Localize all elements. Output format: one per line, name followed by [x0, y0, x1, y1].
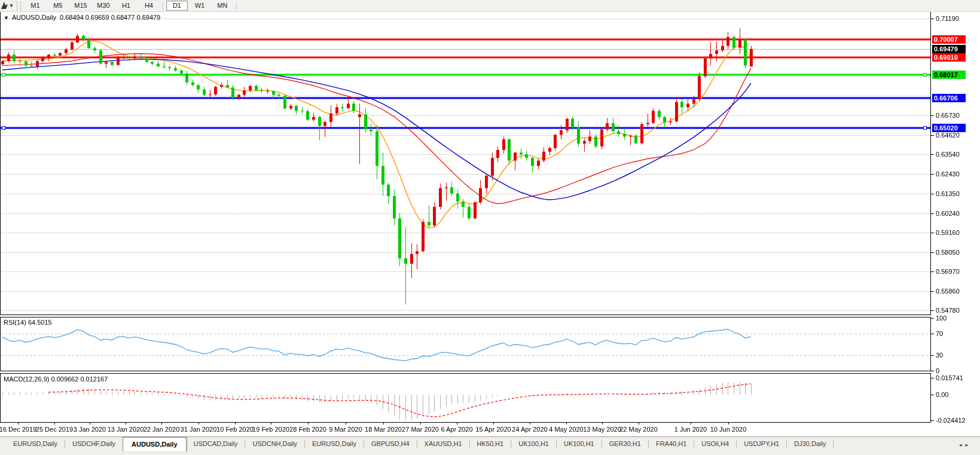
chart-tab-hk50-h1[interactable]: HK50,H1	[470, 437, 511, 450]
price-axis-label: 0.65730	[936, 112, 960, 119]
chart-symbol-label: AUDUSD,Daily	[12, 14, 56, 21]
chart-tab-usdchf-daily[interactable]: USDCHF,Daily	[65, 437, 123, 450]
price-axis-label: 0.62430	[936, 170, 960, 178]
price-level-badge: 0.69010	[932, 53, 966, 62]
price-level-badge: 0.69479	[932, 45, 966, 53]
chart-tab-usdcad-daily[interactable]: USDCAD,Daily	[187, 437, 245, 450]
timeframe-button-d1[interactable]: D1	[166, 1, 188, 11]
timeframe-button-m30[interactable]: M30	[93, 1, 114, 11]
price-axis-label: 0.64620	[936, 132, 960, 139]
time-axis-label: 6 Apr 2020	[441, 426, 472, 433]
toolbar-grip[interactable]	[17, 2, 21, 10]
toolbar-separator	[163, 2, 163, 10]
trading-app-window: ▼ M1M5M15M30H1H4D1W1MN ▼AUDUSD,Daily 0.6…	[0, 0, 980, 455]
chart-tab-fra40-h1[interactable]: FRA40,H1	[649, 437, 694, 450]
timeframe-button-m5[interactable]: M5	[47, 1, 69, 11]
chart-tab-bar: EURUSD,DailyUSDCHF,DailyAUDUSD,DailyUSDC…	[0, 436, 980, 455]
price-axis-label: 0.55860	[936, 288, 960, 295]
time-axis-label: 28 Feb 2020	[289, 426, 326, 433]
rsi-axis-label: 70	[936, 330, 943, 337]
chart-tab-audusd-daily[interactable]: AUDUSD,Daily	[123, 437, 186, 451]
timeframe-buttons: M1M5M15M30H1H4D1W1MN	[24, 1, 239, 11]
time-axis-label: 27 Mar 2020	[402, 426, 439, 433]
timeframe-button-mn[interactable]: MN	[212, 1, 233, 11]
time-axis-label: 16 Dec 2019	[0, 426, 36, 433]
tab-scroll-arrows: ◂▸	[959, 442, 972, 448]
chart-tab-eurusd-daily[interactable]: EURUSD,Daily	[6, 437, 65, 450]
timeframe-button-h4[interactable]: H4	[138, 1, 160, 11]
chart-tab-eurusd-daily[interactable]: EURUSD,Daily	[305, 437, 364, 450]
chart-tab-usdcnh-daily[interactable]: USDCNH,Daily	[245, 437, 304, 450]
collapse-triangle-icon[interactable]: ▼	[4, 15, 9, 21]
timeframe-button-h1[interactable]: H1	[115, 1, 137, 11]
timeframe-button-w1[interactable]: W1	[189, 1, 210, 11]
chart-tab-dj30-daily[interactable]: DJ30,Daily	[787, 437, 833, 450]
timeframe-button-m15[interactable]: M15	[70, 1, 91, 11]
price-level-badge: 0.65020	[932, 124, 966, 132]
price-axis-label: 0.54780	[936, 307, 960, 314]
timeframe-toolbar: ▼ M1M5M15M30H1H4D1W1MN	[0, 0, 980, 12]
time-axis-label: 13 Jan 2020	[108, 426, 144, 433]
rsi-indicator-label: RSI(14) 64.5015	[4, 319, 52, 326]
chart-title: ▼AUDUSD,Daily 0.68494 0.69659 0.68477 0.…	[4, 14, 160, 21]
time-axis-label: 9 Mar 2020	[329, 426, 362, 433]
macd-axis-label: -0.024412	[936, 417, 966, 424]
chart-tab-uk100-h1[interactable]: UK100,H1	[511, 437, 556, 450]
cursor-tool-icon[interactable]	[1, 1, 8, 11]
time-axis-label: 24 Apr 2020	[512, 426, 547, 433]
price-axis-label: 0.60240	[936, 210, 960, 217]
time-axis-label: 31 Jan 2020	[181, 426, 217, 433]
chart-tab-xauusd-h1[interactable]: XAUUSD,H1	[417, 437, 469, 450]
chart-tab-usdjpy-h1[interactable]: USDJPY,H1	[737, 437, 786, 450]
time-axis-label: 18 Mar 2020	[365, 426, 402, 433]
chart-tabs: EURUSD,DailyUSDCHF,DailyAUDUSD,DailyUSDC…	[6, 437, 834, 451]
time-axis-label: 13 May 2020	[583, 426, 621, 433]
price-level-badge: 0.66706	[932, 94, 966, 102]
rsi-axis-label: 30	[936, 352, 943, 359]
chart-tab-uk100-h1[interactable]: UK100,H1	[557, 437, 602, 450]
time-axis-label: 1 Jun 2020	[674, 426, 707, 433]
time-axis-label: 4 May 2020	[549, 426, 583, 433]
time-axis-label: 22 Jan 2020	[144, 426, 180, 433]
macd-axis-label: 0.00	[936, 391, 948, 398]
macd-indicator-label: MACD(12,26,9) 0.009662 0.012167	[4, 375, 108, 383]
rsi-axis-label: 100	[936, 314, 947, 322]
price-axis-label: 0.63540	[936, 151, 960, 158]
chart-ohlc-values: 0.68494 0.69659 0.68477 0.69479	[60, 14, 160, 21]
price-axis-label: 0.59160	[936, 229, 960, 236]
price-axis-label: 0.56970	[936, 268, 960, 275]
rsi-axis-label: 0	[936, 367, 939, 374]
time-axis-label: 3 Jan 2020	[74, 426, 106, 433]
price-level-badge: 0.70007	[932, 35, 966, 44]
timeframe-button-m1[interactable]: M1	[25, 1, 46, 11]
price-level-badge: 0.68017	[932, 71, 966, 79]
toolbar-separator	[236, 2, 237, 10]
time-axis-label: 19 Feb 2020	[252, 426, 289, 433]
tab-separator	[833, 440, 834, 448]
price-axis-label: 0.61350	[936, 190, 960, 197]
price-axis-label: 0.58050	[936, 249, 960, 256]
tab-scroll-left-icon[interactable]: ◂	[959, 442, 966, 448]
time-axis-label: 15 Apr 2020	[475, 426, 511, 433]
time-axis-label: 10 Feb 2020	[216, 426, 254, 433]
tab-scroll-right-icon[interactable]: ▸	[965, 442, 972, 448]
time-axis-label: 25 Dec 2019	[36, 426, 73, 433]
macd-axis-label: 0.015741	[936, 374, 963, 381]
dropdown-arrow-icon[interactable]: ▼	[9, 3, 14, 8]
time-axis-label: 10 Jun 2020	[710, 426, 747, 433]
chart-tab-usoil-h4[interactable]: USOil,H4	[694, 437, 736, 450]
chart-tab-ger30-h1[interactable]: GER30,H1	[602, 437, 648, 450]
chart-tab-gbpusd-h4[interactable]: GBPUSD,H4	[364, 437, 417, 450]
time-axis-label: 22 May 2020	[619, 426, 658, 433]
price-axis-label: 0.71190	[936, 15, 959, 22]
chart-canvas[interactable]	[0, 0, 980, 455]
